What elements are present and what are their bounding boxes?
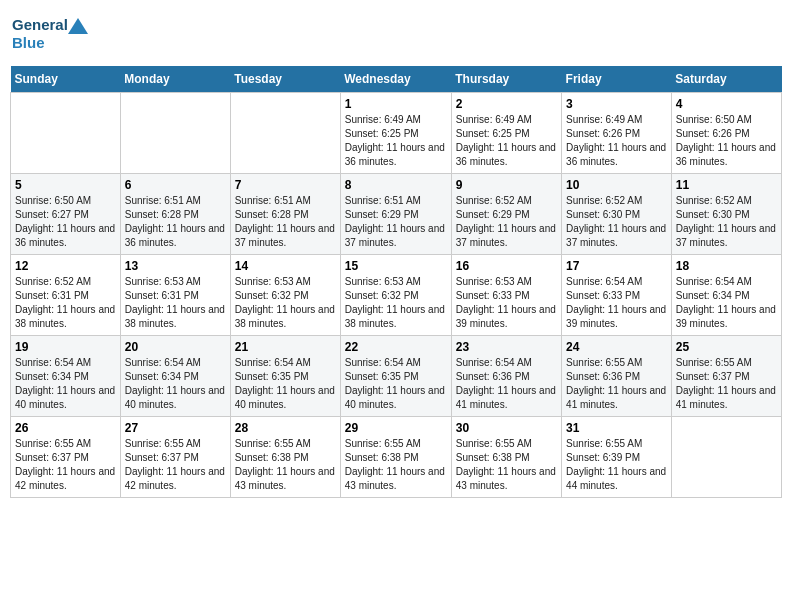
calendar-cell: 17Sunrise: 6:54 AMSunset: 6:33 PMDayligh… (562, 255, 672, 336)
day-info: Sunrise: 6:49 AMSunset: 6:26 PMDaylight:… (566, 113, 667, 169)
day-header-thursday: Thursday (451, 66, 561, 93)
day-info: Sunrise: 6:55 AMSunset: 6:38 PMDaylight:… (456, 437, 557, 493)
day-number: 15 (345, 259, 447, 273)
day-info: Sunrise: 6:54 AMSunset: 6:34 PMDaylight:… (676, 275, 777, 331)
day-info: Sunrise: 6:54 AMSunset: 6:33 PMDaylight:… (566, 275, 667, 331)
day-info: Sunrise: 6:51 AMSunset: 6:28 PMDaylight:… (235, 194, 336, 250)
day-number: 26 (15, 421, 116, 435)
day-number: 30 (456, 421, 557, 435)
calendar-cell: 23Sunrise: 6:54 AMSunset: 6:36 PMDayligh… (451, 336, 561, 417)
day-number: 16 (456, 259, 557, 273)
logo: General Blue (10, 10, 90, 58)
calendar-cell: 19Sunrise: 6:54 AMSunset: 6:34 PMDayligh… (11, 336, 121, 417)
day-header-sunday: Sunday (11, 66, 121, 93)
day-info: Sunrise: 6:52 AMSunset: 6:30 PMDaylight:… (566, 194, 667, 250)
day-info: Sunrise: 6:52 AMSunset: 6:31 PMDaylight:… (15, 275, 116, 331)
day-number: 5 (15, 178, 116, 192)
svg-text:Blue: Blue (12, 34, 45, 51)
day-info: Sunrise: 6:49 AMSunset: 6:25 PMDaylight:… (456, 113, 557, 169)
calendar-cell: 31Sunrise: 6:55 AMSunset: 6:39 PMDayligh… (562, 417, 672, 498)
day-info: Sunrise: 6:53 AMSunset: 6:31 PMDaylight:… (125, 275, 226, 331)
calendar-cell: 15Sunrise: 6:53 AMSunset: 6:32 PMDayligh… (340, 255, 451, 336)
svg-text:General: General (12, 16, 68, 33)
day-info: Sunrise: 6:55 AMSunset: 6:39 PMDaylight:… (566, 437, 667, 493)
calendar-cell: 25Sunrise: 6:55 AMSunset: 6:37 PMDayligh… (671, 336, 781, 417)
day-number: 14 (235, 259, 336, 273)
day-number: 13 (125, 259, 226, 273)
day-info: Sunrise: 6:55 AMSunset: 6:37 PMDaylight:… (125, 437, 226, 493)
day-info: Sunrise: 6:54 AMSunset: 6:35 PMDaylight:… (345, 356, 447, 412)
day-number: 6 (125, 178, 226, 192)
day-info: Sunrise: 6:54 AMSunset: 6:34 PMDaylight:… (125, 356, 226, 412)
day-number: 9 (456, 178, 557, 192)
day-header-saturday: Saturday (671, 66, 781, 93)
day-info: Sunrise: 6:50 AMSunset: 6:26 PMDaylight:… (676, 113, 777, 169)
calendar-header-row: SundayMondayTuesdayWednesdayThursdayFrid… (11, 66, 782, 93)
calendar-cell: 27Sunrise: 6:55 AMSunset: 6:37 PMDayligh… (120, 417, 230, 498)
page-header: General Blue (10, 10, 782, 58)
day-info: Sunrise: 6:54 AMSunset: 6:36 PMDaylight:… (456, 356, 557, 412)
calendar-cell: 22Sunrise: 6:54 AMSunset: 6:35 PMDayligh… (340, 336, 451, 417)
calendar-cell (230, 93, 340, 174)
day-header-tuesday: Tuesday (230, 66, 340, 93)
calendar-cell: 3Sunrise: 6:49 AMSunset: 6:26 PMDaylight… (562, 93, 672, 174)
day-header-friday: Friday (562, 66, 672, 93)
calendar-cell (11, 93, 121, 174)
calendar-cell: 26Sunrise: 6:55 AMSunset: 6:37 PMDayligh… (11, 417, 121, 498)
day-number: 25 (676, 340, 777, 354)
calendar-cell: 14Sunrise: 6:53 AMSunset: 6:32 PMDayligh… (230, 255, 340, 336)
calendar-cell: 28Sunrise: 6:55 AMSunset: 6:38 PMDayligh… (230, 417, 340, 498)
day-number: 31 (566, 421, 667, 435)
day-info: Sunrise: 6:54 AMSunset: 6:34 PMDaylight:… (15, 356, 116, 412)
calendar-week-row: 19Sunrise: 6:54 AMSunset: 6:34 PMDayligh… (11, 336, 782, 417)
day-number: 8 (345, 178, 447, 192)
day-info: Sunrise: 6:51 AMSunset: 6:29 PMDaylight:… (345, 194, 447, 250)
day-info: Sunrise: 6:55 AMSunset: 6:38 PMDaylight:… (345, 437, 447, 493)
day-number: 20 (125, 340, 226, 354)
day-number: 17 (566, 259, 667, 273)
calendar-cell: 10Sunrise: 6:52 AMSunset: 6:30 PMDayligh… (562, 174, 672, 255)
day-info: Sunrise: 6:50 AMSunset: 6:27 PMDaylight:… (15, 194, 116, 250)
day-info: Sunrise: 6:52 AMSunset: 6:29 PMDaylight:… (456, 194, 557, 250)
day-number: 24 (566, 340, 667, 354)
day-number: 2 (456, 97, 557, 111)
calendar-cell: 20Sunrise: 6:54 AMSunset: 6:34 PMDayligh… (120, 336, 230, 417)
calendar-cell: 9Sunrise: 6:52 AMSunset: 6:29 PMDaylight… (451, 174, 561, 255)
calendar-cell: 30Sunrise: 6:55 AMSunset: 6:38 PMDayligh… (451, 417, 561, 498)
svg-marker-2 (68, 18, 88, 34)
day-number: 21 (235, 340, 336, 354)
day-info: Sunrise: 6:55 AMSunset: 6:37 PMDaylight:… (676, 356, 777, 412)
calendar-week-row: 1Sunrise: 6:49 AMSunset: 6:25 PMDaylight… (11, 93, 782, 174)
day-number: 23 (456, 340, 557, 354)
day-info: Sunrise: 6:53 AMSunset: 6:32 PMDaylight:… (345, 275, 447, 331)
day-info: Sunrise: 6:54 AMSunset: 6:35 PMDaylight:… (235, 356, 336, 412)
calendar-week-row: 5Sunrise: 6:50 AMSunset: 6:27 PMDaylight… (11, 174, 782, 255)
day-header-monday: Monday (120, 66, 230, 93)
day-info: Sunrise: 6:51 AMSunset: 6:28 PMDaylight:… (125, 194, 226, 250)
calendar-cell: 1Sunrise: 6:49 AMSunset: 6:25 PMDaylight… (340, 93, 451, 174)
day-info: Sunrise: 6:53 AMSunset: 6:32 PMDaylight:… (235, 275, 336, 331)
calendar-table: SundayMondayTuesdayWednesdayThursdayFrid… (10, 66, 782, 498)
day-number: 7 (235, 178, 336, 192)
day-number: 11 (676, 178, 777, 192)
day-number: 19 (15, 340, 116, 354)
calendar-cell: 6Sunrise: 6:51 AMSunset: 6:28 PMDaylight… (120, 174, 230, 255)
calendar-cell: 5Sunrise: 6:50 AMSunset: 6:27 PMDaylight… (11, 174, 121, 255)
day-info: Sunrise: 6:55 AMSunset: 6:37 PMDaylight:… (15, 437, 116, 493)
calendar-cell: 8Sunrise: 6:51 AMSunset: 6:29 PMDaylight… (340, 174, 451, 255)
calendar-cell: 13Sunrise: 6:53 AMSunset: 6:31 PMDayligh… (120, 255, 230, 336)
day-number: 12 (15, 259, 116, 273)
calendar-cell: 16Sunrise: 6:53 AMSunset: 6:33 PMDayligh… (451, 255, 561, 336)
calendar-cell: 29Sunrise: 6:55 AMSunset: 6:38 PMDayligh… (340, 417, 451, 498)
day-number: 4 (676, 97, 777, 111)
day-number: 27 (125, 421, 226, 435)
day-number: 22 (345, 340, 447, 354)
day-header-wednesday: Wednesday (340, 66, 451, 93)
day-number: 10 (566, 178, 667, 192)
day-number: 29 (345, 421, 447, 435)
calendar-week-row: 12Sunrise: 6:52 AMSunset: 6:31 PMDayligh… (11, 255, 782, 336)
calendar-cell: 24Sunrise: 6:55 AMSunset: 6:36 PMDayligh… (562, 336, 672, 417)
day-info: Sunrise: 6:52 AMSunset: 6:30 PMDaylight:… (676, 194, 777, 250)
day-number: 28 (235, 421, 336, 435)
calendar-cell: 18Sunrise: 6:54 AMSunset: 6:34 PMDayligh… (671, 255, 781, 336)
